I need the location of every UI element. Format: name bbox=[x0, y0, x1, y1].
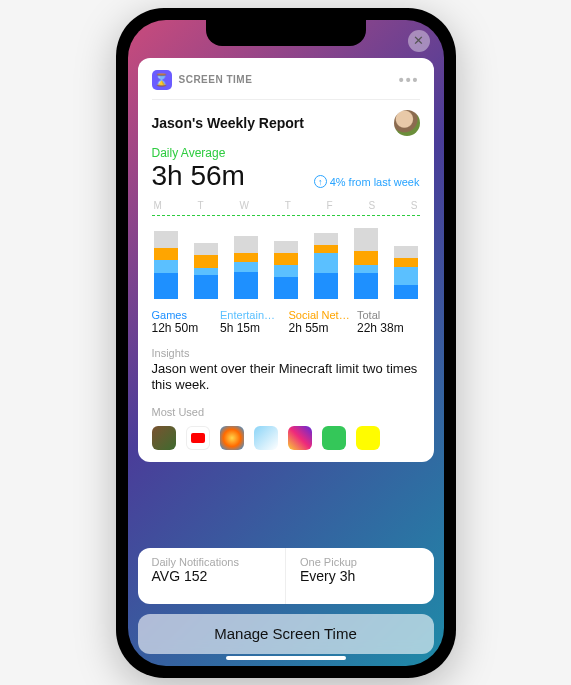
trend-indicator: ↑ 4% from last week bbox=[314, 175, 420, 188]
category-social: Social Net… 2h 55m bbox=[289, 309, 352, 335]
bar-segment bbox=[394, 285, 418, 298]
bar-segment bbox=[274, 253, 298, 265]
close-icon: ✕ bbox=[413, 33, 424, 48]
chart-bar bbox=[394, 246, 418, 298]
bar-segment bbox=[234, 272, 258, 299]
day-label: S bbox=[411, 200, 418, 211]
report-title: Jason's Weekly Report bbox=[152, 115, 304, 131]
most-used-apps bbox=[152, 426, 420, 450]
bar-segment bbox=[234, 262, 258, 272]
chart-bar bbox=[234, 236, 258, 298]
report-header: Jason's Weekly Report bbox=[152, 110, 420, 136]
home-indicator[interactable] bbox=[226, 656, 346, 660]
more-icon[interactable]: ••• bbox=[399, 72, 420, 88]
day-label: S bbox=[368, 200, 375, 211]
category-label: Total bbox=[357, 309, 420, 321]
close-button[interactable]: ✕ bbox=[408, 30, 430, 52]
daily-average-value: 3h 56m bbox=[152, 160, 245, 192]
stat-label: One Pickup bbox=[300, 556, 420, 568]
bar-segment bbox=[154, 273, 178, 298]
category-label: Social Net… bbox=[289, 309, 352, 321]
app-icon-minecraft[interactable] bbox=[152, 426, 176, 450]
app-icon-youtube[interactable] bbox=[186, 426, 210, 450]
bar-segment bbox=[354, 265, 378, 273]
chart-bar bbox=[354, 228, 378, 299]
category-row: Games 12h 50m Entertain… 5h 15m Social N… bbox=[152, 309, 420, 335]
bar-segment bbox=[394, 267, 418, 285]
chart-bar bbox=[194, 243, 218, 298]
chart-bar bbox=[314, 233, 338, 298]
bar-segment bbox=[394, 246, 418, 258]
bar-segment bbox=[194, 268, 218, 275]
bar-segment bbox=[234, 253, 258, 261]
category-label: Entertain… bbox=[220, 309, 283, 321]
category-games: Games 12h 50m bbox=[152, 309, 215, 335]
insights-text: Jason went over their Minecraft limit tw… bbox=[152, 361, 420, 395]
category-entertainment: Entertain… 5h 15m bbox=[220, 309, 283, 335]
day-label: T bbox=[285, 200, 291, 211]
chart-bar bbox=[154, 231, 178, 298]
app-icon-messages[interactable] bbox=[322, 426, 346, 450]
stats-card: Daily Notifications AVG 152 One Pickup E… bbox=[138, 548, 434, 604]
phone-frame: ✕ ⌛ SCREEN TIME ••• Jason's Weekly Repor… bbox=[116, 8, 456, 678]
app-icon-clash-royale[interactable] bbox=[220, 426, 244, 450]
chart-bar bbox=[274, 241, 298, 298]
category-value: 22h 38m bbox=[357, 321, 420, 335]
notch bbox=[206, 20, 366, 46]
bar-segment bbox=[274, 241, 298, 253]
category-value: 12h 50m bbox=[152, 321, 215, 335]
stat-label: Daily Notifications bbox=[152, 556, 272, 568]
avatar[interactable] bbox=[394, 110, 420, 136]
bar-segment bbox=[154, 260, 178, 273]
category-value: 2h 55m bbox=[289, 321, 352, 335]
bar-segment bbox=[354, 273, 378, 298]
stat-value: Every 3h bbox=[300, 568, 420, 584]
app-icon-instagram[interactable] bbox=[288, 426, 312, 450]
stat-pickup: One Pickup Every 3h bbox=[285, 548, 434, 604]
bar-segment bbox=[354, 251, 378, 264]
app-icon-fortnite[interactable] bbox=[254, 426, 278, 450]
bar-segment bbox=[194, 255, 218, 268]
card-header: ⌛ SCREEN TIME ••• bbox=[152, 70, 420, 100]
screen-time-card: ⌛ SCREEN TIME ••• Jason's Weekly Report … bbox=[138, 58, 434, 463]
weekly-chart: MTWTFSS bbox=[152, 200, 420, 299]
insights-label: Insights bbox=[152, 347, 420, 359]
manage-label: Manage Screen Time bbox=[214, 625, 357, 642]
stat-notifications: Daily Notifications AVG 152 bbox=[138, 548, 286, 604]
daily-average-label: Daily Average bbox=[152, 146, 420, 160]
category-value: 5h 15m bbox=[220, 321, 283, 335]
category-total: Total 22h 38m bbox=[357, 309, 420, 335]
bar-segment bbox=[274, 265, 298, 277]
app-icon-snapchat[interactable] bbox=[356, 426, 380, 450]
trend-arrow-icon: ↑ bbox=[314, 175, 327, 188]
category-label: Games bbox=[152, 309, 215, 321]
stat-value: AVG 152 bbox=[152, 568, 272, 584]
bar-segment bbox=[394, 258, 418, 266]
bar-segment bbox=[354, 228, 378, 252]
widget-title: SCREEN TIME bbox=[179, 74, 253, 85]
bar-segment bbox=[194, 275, 218, 299]
most-used-label: Most Used bbox=[152, 406, 420, 418]
bar-segment bbox=[314, 253, 338, 273]
trend-text: 4% from last week bbox=[330, 176, 420, 188]
bar-segment bbox=[194, 243, 218, 255]
bar-segment bbox=[154, 248, 178, 260]
bar-segment bbox=[274, 277, 298, 299]
day-label: F bbox=[327, 200, 333, 211]
bar-segment bbox=[314, 233, 338, 245]
bar-segment bbox=[234, 236, 258, 253]
screen: ✕ ⌛ SCREEN TIME ••• Jason's Weekly Repor… bbox=[128, 20, 444, 666]
manage-screen-time-button[interactable]: Manage Screen Time bbox=[138, 614, 434, 654]
day-label: M bbox=[154, 200, 162, 211]
day-label: W bbox=[239, 200, 248, 211]
screen-time-icon: ⌛ bbox=[152, 70, 172, 90]
bar-segment bbox=[154, 231, 178, 248]
day-label: T bbox=[198, 200, 204, 211]
bar-segment bbox=[314, 245, 338, 253]
bar-segment bbox=[314, 273, 338, 298]
